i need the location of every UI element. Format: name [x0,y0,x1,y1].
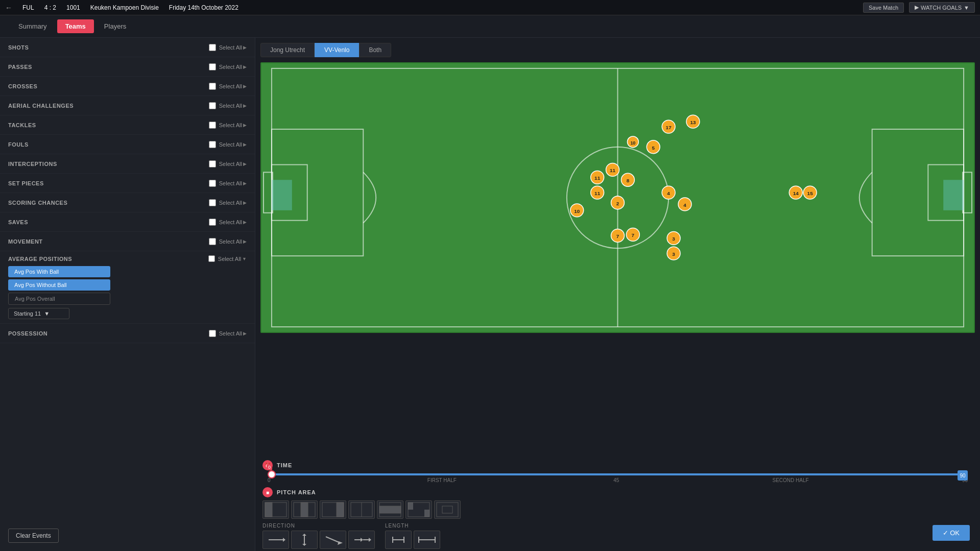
saves-select-all-btn[interactable]: Select All ▶ [219,219,247,225]
chevron-down-icon: ▼ [44,310,50,317]
pitch-area-icon-indicator: ■ [262,487,273,497]
pitch-zone-svg-1 [265,502,287,517]
shots-select-all-btn[interactable]: Select All ▶ [219,44,247,51]
possession-label: POSSESSION [8,330,209,337]
chevron-icon: ▶ [243,200,247,205]
movement-select-all-btn[interactable]: Select All ▶ [219,238,247,245]
avg-positions-section: AVERAGE POSITIONS Select All ▼ Avg Pos W… [0,251,255,324]
time-slider-handle-right[interactable]: 90 [958,470,968,481]
fouls-checkbox[interactable] [209,141,216,148]
tab-teams[interactable]: Teams [57,19,94,33]
scoring-chances-select-all-btn[interactable]: Select All ▶ [219,200,247,206]
svg-rect-61 [437,502,458,517]
time-labels: 0 FIRST HALF 45 SECOND HALF 90 [268,477,968,483]
set-pieces-select-all-btn[interactable]: Select All ▶ [219,180,247,186]
main-container: SHOTS Select All ▶ PASSES Select All ▶ C… [0,38,980,551]
direction-icon-1[interactable] [262,531,289,549]
pitch-zone-4[interactable] [348,500,375,519]
watch-goals-button[interactable]: ▶ WATCH GOALS ▼ [909,2,975,13]
category-saves: SAVES Select All ▶ [0,212,255,232]
play-icon: ▶ [915,4,919,11]
team-name: FUL [22,4,34,11]
chevron-icon: ▶ [243,84,247,89]
football-pitch: 17 13 5 10 11 11 11 8 [260,62,975,333]
tackles-select-area: Select All ▶ [209,122,247,129]
pitch-zone-6[interactable] [405,500,432,519]
aerial-select-all-btn[interactable]: Select All ▶ [219,103,247,109]
passes-checkbox[interactable] [209,63,216,70]
team-tab-jong-utrecht[interactable]: Jong Utrecht [260,43,315,57]
svg-rect-11 [943,180,964,210]
pitch-zone-3[interactable] [320,500,346,519]
avg-pos-without-ball-btn[interactable]: Avg Pos Without Ball [8,279,110,291]
passes-select-area: Select All ▶ [209,63,247,70]
saves-select-area: Select All ▶ [209,219,247,226]
interceptions-select-all-btn[interactable]: Select All ▶ [219,161,247,167]
crosses-select-all-btn[interactable]: Select All ▶ [219,83,247,89]
scoring-chances-checkbox[interactable] [209,199,216,206]
length-label: LENGTH [385,523,440,529]
shots-select-area: Select All ▶ [209,44,247,51]
save-match-button[interactable]: Save Match [863,3,904,13]
passes-select-all-btn[interactable]: Select All ▶ [219,64,247,70]
tab-players[interactable]: Players [96,19,134,33]
movement-label: MOVEMENT [8,238,209,245]
set-pieces-checkbox[interactable] [209,180,216,187]
clear-events-button[interactable]: Clear Events [8,529,59,543]
avg-pos-select-all-btn[interactable]: Select All ▼ [218,256,247,262]
pitch-zone-2[interactable] [291,500,318,519]
pitch-zone-7[interactable] [434,500,461,519]
ok-button-container: ✓ OK [933,525,970,541]
saves-checkbox[interactable] [209,219,216,226]
shots-checkbox[interactable] [209,44,216,51]
svg-text:11: 11 [594,190,601,196]
svg-rect-10 [272,180,292,210]
category-scoring-chances: SCORING CHANCES Select All ▶ [0,193,255,212]
avg-pos-overall-btn[interactable]: Avg Pos Overall [8,293,110,305]
time-label: TIME [277,462,292,468]
pitch-zone-5[interactable] [377,500,403,519]
direction-icon-4[interactable] [348,531,375,549]
pitch-area-header: ■ PITCH AREA [262,487,973,497]
team-tab-vv-venlo[interactable]: VV-Venlo [315,43,359,57]
crosses-checkbox[interactable] [209,83,216,90]
category-tackles: TACKLES Select All ▶ [0,115,255,135]
direction-icon-3[interactable] [320,531,346,549]
interceptions-checkbox[interactable] [209,160,216,167]
fouls-select-all-btn[interactable]: Select All ▶ [219,141,247,148]
time-slider-handle-left[interactable]: 0 [268,470,276,478]
tab-summary[interactable]: Summary [10,19,55,33]
svg-text:11: 11 [594,175,601,181]
avg-pos-checkbox[interactable] [208,255,215,262]
fouls-label: FOULS [8,141,209,148]
team-tab-both[interactable]: Both [359,43,391,57]
back-button[interactable]: ← [5,4,12,12]
avg-pos-with-ball-btn[interactable]: Avg Pos With Ball [8,266,110,277]
time-slider-fill [268,473,968,475]
pitch-zone-1[interactable] [262,500,289,519]
svg-text:4: 4 [667,190,670,196]
svg-text:15: 15 [807,190,814,196]
chevron-icon: ▶ [243,220,247,225]
possession-select-area: Select All ▶ [209,330,247,337]
tackles-select-all-btn[interactable]: Select All ▶ [219,122,247,128]
chevron-icon: ▶ [243,161,247,166]
possession-select-all-btn[interactable]: Select All ▶ [219,330,247,337]
category-fouls: FOULS Select All ▶ [0,135,255,154]
category-movement: MOVEMENT Select All ▶ [0,232,255,251]
chevron-icon: ▶ [243,103,247,108]
tackles-checkbox[interactable] [209,122,216,129]
movement-checkbox[interactable] [209,238,216,245]
aerial-checkbox[interactable] [209,102,216,109]
direction-icon-2[interactable] [291,531,318,549]
length-icon-2[interactable] [414,531,440,549]
length-icons [385,531,440,549]
svg-text:13: 13 [690,119,696,125]
team-tabs: Jong Utrecht VV-Venlo Both [255,38,980,57]
ok-button[interactable]: ✓ OK [933,525,970,541]
length-icon-1[interactable] [385,531,412,549]
svg-marker-66 [302,534,306,536]
possession-checkbox[interactable] [209,330,216,337]
time-slider-track[interactable]: 0 90 [268,473,968,475]
starting-dropdown[interactable]: Starting 11 ▼ [8,308,69,319]
